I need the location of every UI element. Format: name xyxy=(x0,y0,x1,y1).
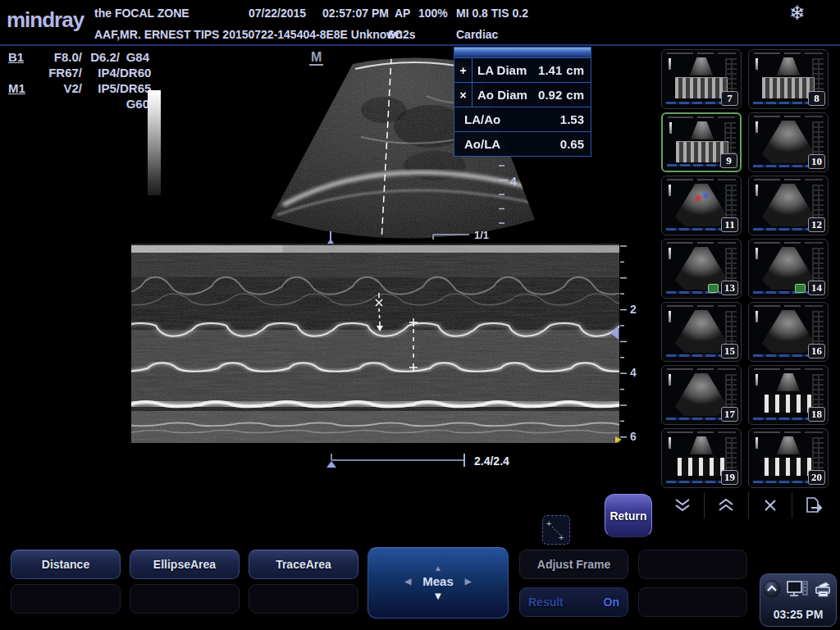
frame-counter-gauge: 1/1 xyxy=(431,228,505,243)
thumbnail-17[interactable]: 17 xyxy=(661,365,742,425)
thumbnail-14[interactable]: 14 xyxy=(748,239,829,299)
thumbnail-number: 8 xyxy=(808,91,825,106)
thumbnail-13[interactable]: 13 xyxy=(661,239,742,299)
param-framerate: FR67/ xyxy=(33,66,82,80)
softkey-blank-1[interactable] xyxy=(11,584,121,614)
results-header-bar[interactable] xyxy=(454,48,591,57)
thumbnail-number: 12 xyxy=(808,217,825,232)
thumbnail-12[interactable]: 12 xyxy=(748,176,829,235)
thumb-image xyxy=(762,57,815,100)
thumb-menu-strip xyxy=(753,418,808,420)
system-clock: 03:25 PM xyxy=(760,608,836,621)
thumbnail-delete-button[interactable] xyxy=(749,492,792,518)
thumbnail-number: 9 xyxy=(720,153,737,168)
thumbnail-export-button[interactable] xyxy=(792,492,835,518)
bmode-depth-ruler-ticks xyxy=(499,166,508,223)
mmode-depth-label-2: 2 xyxy=(630,303,637,316)
mmode-depth-ruler: 2 4 6 xyxy=(609,243,643,450)
thumb-menu-strip xyxy=(666,354,721,357)
meas-right-arrow[interactable]: ▶ xyxy=(465,577,472,586)
thumb-grayscale-bar xyxy=(756,185,758,196)
chevron-double-down-icon xyxy=(673,498,692,513)
x-mark-icon xyxy=(763,498,778,513)
thumbnail-toolbar xyxy=(661,492,835,518)
meas-menu-navigator[interactable]: ▲ ◀ Meas ▶ ▼ xyxy=(368,547,509,619)
meas-down-arrow[interactable]: ▼ xyxy=(433,590,444,602)
meas-up-arrow[interactable]: ▲ xyxy=(434,564,442,573)
meas-left-arrow[interactable]: ◀ xyxy=(405,577,412,586)
softkey-blank-2[interactable] xyxy=(130,584,240,614)
sweep-position-marker[interactable] xyxy=(326,461,336,468)
system-menu-button[interactable] xyxy=(763,580,781,598)
distance-button[interactable]: Distance xyxy=(11,550,121,579)
thumbnail-18[interactable]: 18 xyxy=(748,365,829,425)
thumb-param-grid xyxy=(812,248,824,281)
thumbnail-number: 14 xyxy=(808,281,825,295)
param-dr-b: DR60 xyxy=(120,66,149,80)
adjust-frame-button[interactable]: Adjust Frame xyxy=(519,550,628,579)
thumbnail-10[interactable]: 10 xyxy=(748,112,829,172)
distance-caliper-tool-icon[interactable]: + + xyxy=(542,515,570,545)
thumb-image xyxy=(762,310,815,353)
thumb-header-strip xyxy=(754,368,823,370)
m-mode-label: M1 xyxy=(8,81,33,95)
thumb-image xyxy=(675,184,728,226)
thumbnail-9[interactable]: 9 xyxy=(661,112,742,172)
thumb-grayscale-bar xyxy=(669,185,671,196)
caliper-plus-icon: + xyxy=(454,58,472,82)
softkey-blank-4[interactable] xyxy=(638,550,747,579)
thumb-menu-strip xyxy=(753,354,808,357)
thumb-menu-strip xyxy=(753,102,808,104)
probe-name: 6C2s xyxy=(388,28,415,41)
thumb-param-grid xyxy=(812,437,824,470)
thumb-grayscale-bar xyxy=(756,437,758,449)
thumb-header-strip xyxy=(754,242,823,244)
thumbnails-page-down-button[interactable] xyxy=(661,492,705,518)
thumbnail-number: 16 xyxy=(808,344,825,358)
result-label: LA/Ao xyxy=(459,112,500,126)
freeze-snowflake-icon: ❄ xyxy=(789,2,806,25)
printer-icon[interactable] xyxy=(814,580,833,598)
m-mode-params-row2: G60 xyxy=(8,97,149,111)
result-row-ao-diam: × Ao Diam 0.92cm xyxy=(454,82,591,107)
thumb-image xyxy=(762,121,815,163)
param-blank3 xyxy=(33,97,82,111)
thumbnail-7[interactable]: 7 xyxy=(661,49,742,109)
ellipse-area-button[interactable]: EllipseArea xyxy=(130,550,240,579)
site-name: the FOCAL ZONE xyxy=(94,7,189,20)
thumbnail-8[interactable]: 8 xyxy=(748,49,829,109)
thumb-image xyxy=(762,247,815,290)
thumb-param-grid xyxy=(724,122,736,155)
thumb-grayscale-bar xyxy=(756,311,758,322)
mmode-depth-label-6: 6 xyxy=(630,430,637,443)
thumbnail-number: 20 xyxy=(808,470,825,485)
thumb-image xyxy=(762,184,815,226)
softkey-blank-5[interactable] xyxy=(638,587,747,617)
thumb-header-strip xyxy=(754,431,823,433)
thumb-header-strip xyxy=(667,179,736,180)
grayscale-bar xyxy=(148,90,161,195)
thumbnail-15[interactable]: 15 xyxy=(661,302,742,362)
thumb-menu-strip xyxy=(666,481,721,483)
trace-area-button[interactable]: TraceArea xyxy=(249,550,358,579)
result-toggle-button[interactable]: Result On xyxy=(519,587,628,617)
focus-position-marker[interactable] xyxy=(610,326,619,340)
monitor-icon[interactable] xyxy=(787,580,808,598)
thumbnails-page-up-button[interactable] xyxy=(705,492,748,518)
thumbnail-19[interactable]: 19 xyxy=(661,428,742,488)
thumbnail-11[interactable]: 11 xyxy=(661,176,742,235)
thumb-param-grid xyxy=(812,374,824,407)
result-toggle-state: On xyxy=(604,596,619,609)
softkey-blank-3[interactable] xyxy=(249,584,358,614)
return-button[interactable]: Return xyxy=(605,494,652,537)
thumbnail-16[interactable]: 16 xyxy=(748,302,829,362)
param-blank xyxy=(8,66,33,80)
thumb-header-strip xyxy=(754,116,823,117)
thumb-header-strip xyxy=(754,179,823,180)
thumbnail-20[interactable]: 20 xyxy=(748,428,829,488)
param-frequency: F8.0/ xyxy=(33,50,82,64)
ultrasound-screen: mindray the FOCAL ZONE 07/22/2015 02:57:… xyxy=(0,0,840,630)
result-row-ao-la: Ao/LA 0.65 xyxy=(454,131,591,156)
thumbnail-number: 19 xyxy=(721,470,738,485)
acoustic-power-label: AP xyxy=(395,7,410,20)
